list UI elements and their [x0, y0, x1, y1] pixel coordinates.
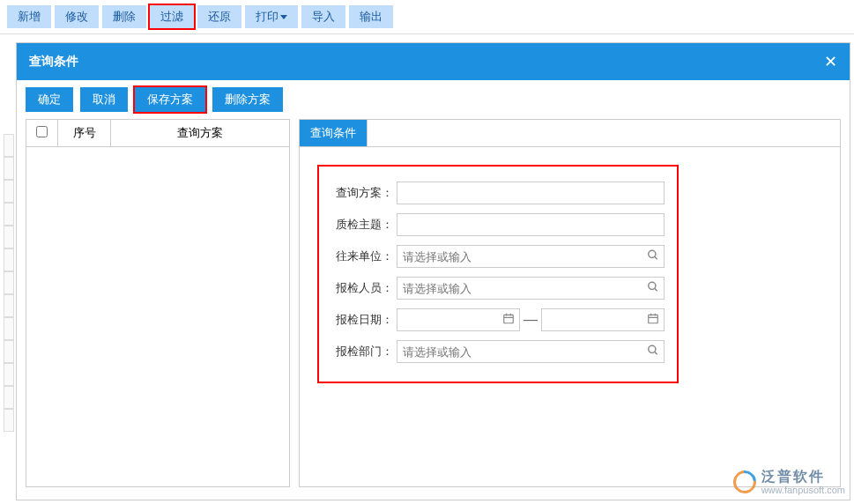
watermark-title: 泛普软件	[761, 469, 845, 485]
input-plan[interactable]	[397, 182, 665, 204]
date-separator: —	[524, 312, 538, 328]
input-date-to[interactable]	[541, 308, 665, 331]
label-unit: 往来单位：	[331, 248, 397, 264]
label-dept: 报检部门：	[331, 344, 397, 359]
print-button[interactable]: 打印	[245, 5, 298, 28]
modal-body: 序号 查询方案 查询条件 查询方案： 质检主题：	[17, 119, 850, 496]
ok-button[interactable]: 确定	[26, 87, 73, 112]
select-all-checkbox[interactable]	[36, 126, 48, 137]
save-plan-button[interactable]: 保存方案	[135, 87, 205, 112]
input-subject[interactable]	[397, 213, 665, 236]
watermark-url: www.fanpusoft.com	[761, 485, 845, 495]
edit-button[interactable]: 修改	[55, 5, 99, 28]
watermark: 泛普软件 www.fanpusoft.com	[733, 469, 845, 495]
plan-table-header: 序号 查询方案	[26, 120, 289, 147]
input-date-from[interactable]	[397, 308, 520, 331]
tab-conditions[interactable]: 查询条件	[300, 120, 368, 146]
delete-button[interactable]: 删除	[102, 5, 146, 28]
restore-button[interactable]: 还原	[197, 5, 241, 28]
main-toolbar: 新增 修改 删除 过滤 还原 打印 导入 输出	[0, 0, 854, 34]
watermark-logo-icon	[728, 466, 761, 499]
label-plan: 查询方案：	[331, 185, 397, 201]
row-subject: 质检主题：	[331, 211, 665, 239]
background-row-stubs	[4, 134, 14, 432]
row-plan: 查询方案：	[331, 179, 665, 207]
input-inspector[interactable]	[397, 277, 665, 300]
print-label: 打印	[256, 9, 278, 25]
plan-list-panel: 序号 查询方案	[26, 119, 290, 487]
tab-row: 查询条件	[300, 120, 840, 147]
query-modal: 查询条件 ✕ 确定 取消 保存方案 删除方案 序号 查询方案 查询条件	[16, 42, 850, 500]
label-date: 报检日期：	[331, 312, 397, 328]
label-inspector: 报检人员：	[331, 280, 397, 296]
import-button[interactable]: 导入	[301, 5, 345, 28]
condition-panel: 查询条件 查询方案： 质检主题： 往来单位：	[299, 119, 841, 487]
input-unit[interactable]	[397, 245, 665, 268]
input-dept[interactable]	[397, 340, 665, 363]
filter-button[interactable]: 过滤	[150, 5, 194, 28]
add-button[interactable]: 新增	[7, 5, 51, 28]
modal-header: 查询条件 ✕	[17, 43, 850, 80]
header-checkbox-cell	[26, 120, 58, 146]
modal-actions: 确定 取消 保存方案 删除方案	[17, 80, 850, 119]
row-dept: 报检部门：	[331, 337, 665, 366]
modal-title: 查询条件	[29, 54, 78, 70]
label-subject: 质检主题：	[331, 217, 397, 233]
header-plan: 查询方案	[111, 120, 289, 146]
row-date: 报检日期： —	[331, 306, 665, 334]
cancel-button[interactable]: 取消	[80, 87, 128, 112]
row-inspector: 报检人员：	[331, 274, 665, 302]
delete-plan-button[interactable]: 删除方案	[212, 87, 283, 112]
export-button[interactable]: 输出	[349, 5, 393, 28]
form-area: 查询方案： 质检主题： 往来单位：	[317, 165, 679, 383]
caret-down-icon	[280, 15, 287, 19]
row-unit: 往来单位：	[331, 242, 665, 271]
header-seq: 序号	[58, 120, 111, 146]
close-icon[interactable]: ✕	[824, 52, 837, 71]
